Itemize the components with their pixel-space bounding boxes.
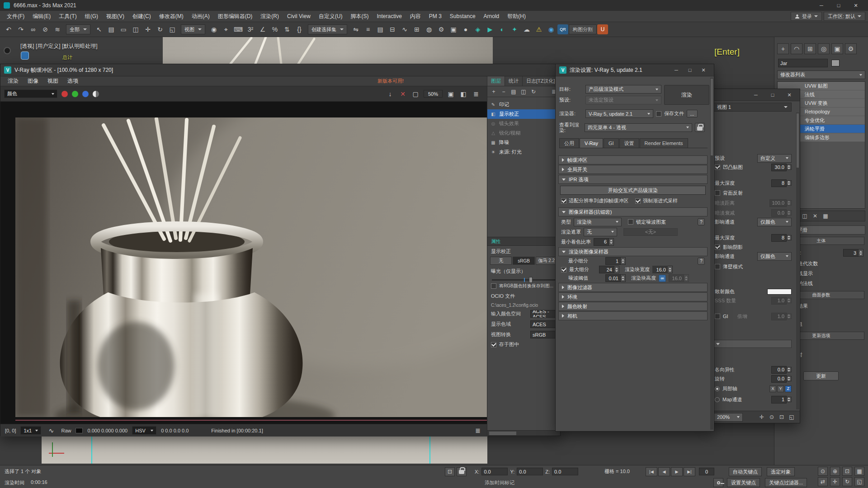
set-key-icon[interactable] — [713, 478, 723, 487]
layer-lens-effects[interactable]: ◎镜头效果 — [487, 119, 560, 128]
minimize-button[interactable]: ─ — [749, 90, 763, 99]
previous-frame-button[interactable]: ◀ — [658, 467, 670, 476]
maximize-button[interactable]: □ — [766, 90, 779, 99]
help-button[interactable]: ? — [698, 258, 705, 265]
layer-sharpen-blur[interactable]: △锐化/模糊 — [487, 128, 560, 138]
zoom-all-icon[interactable]: ⊕ — [830, 467, 840, 476]
save-image-icon[interactable]: ↓ — [385, 89, 396, 99]
exposure-slider[interactable] — [492, 279, 556, 281]
preset-dropdown[interactable]: 未选定预设 — [585, 96, 661, 104]
status-menu-icon[interactable]: ≣ — [472, 425, 483, 436]
x-coordinate-field[interactable]: 0.0 — [481, 468, 508, 475]
help-button[interactable]: ? — [698, 218, 705, 225]
maximize-viewport-icon[interactable]: ◱ — [854, 477, 864, 486]
menu-tools[interactable]: 工具(T) — [55, 11, 80, 22]
rollout-image-sampler[interactable]: 图像采样器(抗锯齿) — [558, 207, 708, 216]
window-crossing-icon[interactable]: ◫ — [130, 23, 142, 35]
select-and-rotate-icon[interactable]: ↻ — [154, 23, 166, 35]
rollout-camera[interactable]: 相机 — [558, 311, 708, 320]
login-button[interactable]: 登录 — [791, 12, 822, 21]
refract-depth-spinner[interactable]: 8 — [771, 234, 792, 242]
rendered-frame-icon[interactable]: ▣ — [448, 23, 459, 35]
preset-dropdown[interactable]: 自定义 — [757, 154, 792, 163]
compare-ab-icon[interactable]: ◧ — [458, 89, 469, 99]
rs-tab-vray[interactable]: V-Ray — [580, 138, 603, 148]
ocio-path[interactable]: C:\aces_1.2\config.ocio — [487, 300, 560, 309]
fov-icon[interactable]: ⇄ — [818, 477, 828, 486]
tab-hierarchy-icon[interactable]: ⊞ — [804, 43, 816, 54]
qr-badge[interactable]: QR — [557, 24, 568, 34]
render-button[interactable]: 渲染 — [664, 85, 709, 105]
rollout-environment[interactable]: 环境 — [558, 292, 708, 301]
link-width-height-button[interactable]: ∞ — [659, 275, 666, 282]
max-subdivs-checkbox[interactable] — [561, 267, 566, 272]
menu-civil-view[interactable]: Civil View — [283, 11, 315, 22]
remove-layer-icon[interactable]: − — [499, 87, 508, 96]
new-version-link[interactable]: 新版本可用! — [377, 78, 404, 84]
axis-y-button[interactable]: Y — [777, 385, 784, 392]
fit-resolution-checkbox[interactable] — [561, 198, 566, 204]
close-button[interactable]: ✕ — [697, 66, 710, 75]
render-mask-dropdown[interactable]: 无 — [584, 228, 617, 236]
minimize-button[interactable]: ─ — [813, 0, 830, 11]
select-and-scale-icon[interactable]: ◱ — [166, 23, 178, 35]
tab-utilities-icon[interactable]: ⚙ — [845, 43, 857, 54]
blue-sphere-icon[interactable]: ◉ — [545, 23, 557, 35]
mode-gamma-button[interactable]: 伽马 2.2 — [536, 257, 557, 265]
tab-create-icon[interactable]: + — [777, 43, 789, 54]
key-filters-button[interactable]: 关键点过滤器... — [765, 478, 807, 487]
minimize-button[interactable]: ─ — [670, 66, 683, 75]
rotation-spinner[interactable]: 0.0 — [771, 375, 792, 383]
zoom-extents-all-icon[interactable]: ▦ — [854, 467, 864, 476]
scatter-color-swatch[interactable] — [767, 289, 792, 295]
named-selection-set-dropdown[interactable]: 创建选择集 — [308, 24, 347, 34]
rollout-global-switches[interactable]: 全局开关 — [558, 165, 708, 174]
vray-toolbar-icon-4[interactable]: ✦ — [509, 23, 520, 35]
vfb-titlebar[interactable]: V V-Ray 帧缓冲区 - [100.0% of 1280 x 720] — [0, 64, 560, 76]
dock-scrollbar[interactable] — [487, 430, 560, 436]
layer-stamp[interactable]: ✎印记 — [487, 100, 560, 109]
menu-scripting[interactable]: 脚本(S) — [346, 11, 373, 22]
zoom-level-field[interactable]: 50% — [424, 90, 443, 98]
material-scrollbar[interactable] — [796, 113, 799, 409]
selection-filter-dropdown[interactable]: 全部 — [66, 24, 90, 34]
rollout-frame-buffer[interactable]: 帧缓冲区 — [558, 155, 708, 164]
affect-shadows-checkbox[interactable] — [715, 244, 720, 250]
axis-z-button[interactable]: Z — [785, 385, 792, 392]
viewport-label[interactable]: [透视] [用户定义] [默认明暗处理] — [20, 42, 98, 50]
bump-checkbox[interactable] — [715, 164, 720, 170]
anisotropy-spinner[interactable]: 0.0 — [771, 366, 792, 374]
current-frame-field[interactable]: 0 — [699, 468, 714, 475]
mode-none-button[interactable]: 无 — [490, 257, 512, 265]
select-and-move-icon[interactable]: ✛ — [142, 23, 154, 35]
sss-amount-spinner[interactable]: 1.0 — [771, 297, 792, 305]
display-channel-dropdown[interactable]: 颜色 — [4, 89, 57, 98]
viewport-scene-bottom[interactable] — [42, 436, 487, 464]
use-pivot-center-icon[interactable]: ◉ — [208, 23, 220, 35]
material-view-tab[interactable]: 视图 1 — [713, 103, 792, 112]
curve-editor-icon[interactable]: ∿ — [399, 23, 410, 35]
rs-tab-settings[interactable]: 设置 — [619, 138, 639, 148]
bump-spinner[interactable]: 30.0 — [771, 164, 792, 171]
go-to-end-button[interactable]: ▶| — [684, 467, 695, 476]
redo-icon[interactable]: ↷ — [15, 23, 27, 35]
affect-channels-dropdown-2[interactable]: 仅颜色 — [757, 252, 792, 261]
render-settings-titlebar[interactable]: V 渲染设置: V-Ray 5, update 2.1 ─ □ ✕ — [556, 64, 714, 76]
renderer-dropdown[interactable]: V-Ray 5, update 2.1 — [585, 109, 653, 118]
add-layer-icon[interactable]: + — [489, 87, 498, 96]
unlink-selection-icon[interactable]: ⊘ — [39, 23, 51, 35]
back-reflect-checkbox[interactable] — [715, 190, 720, 196]
noise-threshold-spinner[interactable]: 0.01 — [605, 274, 626, 282]
snaps-toggle-icon[interactable]: 3² — [245, 23, 256, 35]
close-button[interactable]: ✕ — [783, 90, 796, 99]
browse-button[interactable]: ... — [687, 110, 698, 117]
rendered-image[interactable] — [0, 102, 488, 424]
red-channel-icon[interactable] — [61, 91, 68, 97]
select-by-name-icon[interactable]: ▤ — [105, 23, 117, 35]
tab-log[interactable]: 日志[TZ汉化] — [523, 76, 559, 86]
rollout-image-filter[interactable]: 图像过滤器 — [558, 283, 708, 292]
thin-walled-checkbox[interactable] — [715, 264, 720, 269]
lock-noise-checkbox[interactable] — [628, 219, 633, 225]
menu-create[interactable]: 创建(C) — [128, 11, 155, 22]
selection-lock-icon[interactable] — [457, 467, 467, 476]
